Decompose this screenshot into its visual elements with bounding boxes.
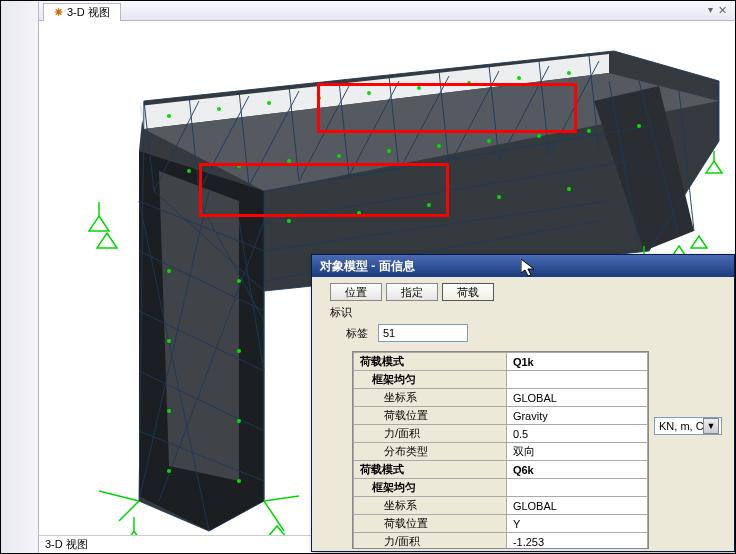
table-row[interactable]: 荷载模式Q1k <box>354 353 648 371</box>
left-gutter <box>1 1 39 553</box>
svg-point-31 <box>167 339 171 343</box>
grid-key: 力/面积 <box>354 425 507 443</box>
close-icon[interactable]: ✕ <box>715 4 729 18</box>
svg-point-36 <box>237 419 241 423</box>
table-row[interactable]: 荷载位置Gravity <box>354 407 648 425</box>
grid-value[interactable] <box>506 479 647 497</box>
object-info-panel[interactable]: 对象模型 - 面信息 位置 指定 荷载 标识 标签 荷载模式Q1k框架均匀坐标系… <box>311 254 735 552</box>
svg-point-28 <box>497 195 501 199</box>
table-row[interactable]: 框架均匀 <box>354 479 648 497</box>
panel-title: 对象模型 - 面信息 <box>312 255 734 277</box>
grid-key: 荷载模式 <box>354 353 507 371</box>
grid-key: 分布类型 <box>354 443 507 461</box>
grid-key: 荷载位置 <box>354 407 507 425</box>
svg-point-13 <box>517 76 521 80</box>
tab-3d-view[interactable]: ✷ 3-D 视图 <box>43 3 121 21</box>
table-row[interactable]: 荷载位置Y <box>354 515 648 533</box>
label-field-label: 标签 <box>346 326 368 341</box>
highlight-box-2 <box>199 163 449 217</box>
label-input[interactable] <box>378 324 468 342</box>
tab-position[interactable]: 位置 <box>330 283 382 301</box>
grid-value[interactable]: GLOBAL <box>506 497 647 515</box>
svg-point-33 <box>167 469 171 473</box>
svg-point-24 <box>637 124 641 128</box>
panel-tabs: 位置 指定 荷载 <box>312 277 734 301</box>
svg-point-34 <box>237 279 241 283</box>
svg-point-15 <box>187 169 191 173</box>
svg-point-35 <box>237 349 241 353</box>
grid-key: 荷载位置 <box>354 515 507 533</box>
grid-value[interactable]: 双向 <box>506 443 647 461</box>
grid-value[interactable] <box>506 371 647 389</box>
svg-point-8 <box>267 101 271 105</box>
svg-point-6 <box>167 114 171 118</box>
table-row[interactable]: 框架均匀 <box>354 371 648 389</box>
svg-point-37 <box>237 479 241 483</box>
svg-point-19 <box>387 149 391 153</box>
tab-load[interactable]: 荷载 <box>442 283 494 301</box>
svg-point-23 <box>587 129 591 133</box>
svg-point-29 <box>567 187 571 191</box>
table-row[interactable]: 力/面积-1.253 <box>354 533 648 550</box>
tab-label: 3-D 视图 <box>67 5 110 20</box>
tab-assign[interactable]: 指定 <box>386 283 438 301</box>
load-grid[interactable]: 荷载模式Q1k框架均匀坐标系GLOBAL荷载位置Gravity力/面积0.5分布… <box>352 351 649 549</box>
tab-dropdown-icon[interactable]: ▾ <box>708 4 713 15</box>
table-row[interactable]: 分布类型双向 <box>354 443 648 461</box>
grid-key: 坐标系 <box>354 389 507 407</box>
grid-value[interactable]: -1.253 <box>506 533 647 550</box>
svg-point-32 <box>167 409 171 413</box>
grid-value[interactable]: GLOBAL <box>506 389 647 407</box>
table-row[interactable]: 荷载模式Q6k <box>354 461 648 479</box>
unit-value: KN, m, C <box>659 420 704 432</box>
grid-value[interactable]: 0.5 <box>506 425 647 443</box>
table-row[interactable]: 坐标系GLOBAL <box>354 497 648 515</box>
svg-point-14 <box>567 71 571 75</box>
identify-section: 标识 <box>312 301 734 320</box>
tab-bar: ✷ 3-D 视图 ▾ ✕ <box>39 1 735 21</box>
table-row[interactable]: 力/面积0.5 <box>354 425 648 443</box>
grid-value[interactable]: Gravity <box>506 407 647 425</box>
grid-value[interactable]: Q6k <box>506 461 647 479</box>
grid-key: 框架均匀 <box>354 371 507 389</box>
grid-key: 坐标系 <box>354 497 507 515</box>
tab-icon: ✷ <box>54 6 63 19</box>
highlight-box-1 <box>317 83 577 133</box>
grid-value[interactable]: Q1k <box>506 353 647 371</box>
grid-value[interactable]: Y <box>506 515 647 533</box>
grid-key: 力/面积 <box>354 533 507 550</box>
grid-key: 框架均匀 <box>354 479 507 497</box>
table-row[interactable]: 坐标系GLOBAL <box>354 389 648 407</box>
svg-point-7 <box>217 107 221 111</box>
status-label: 3-D 视图 <box>45 537 88 552</box>
svg-point-20 <box>437 144 441 148</box>
unit-select[interactable]: KN, m, C <box>654 417 722 435</box>
svg-point-25 <box>287 219 291 223</box>
svg-point-30 <box>167 269 171 273</box>
grid-key: 荷载模式 <box>354 461 507 479</box>
svg-point-22 <box>537 134 541 138</box>
svg-point-21 <box>487 139 491 143</box>
svg-point-18 <box>337 154 341 158</box>
